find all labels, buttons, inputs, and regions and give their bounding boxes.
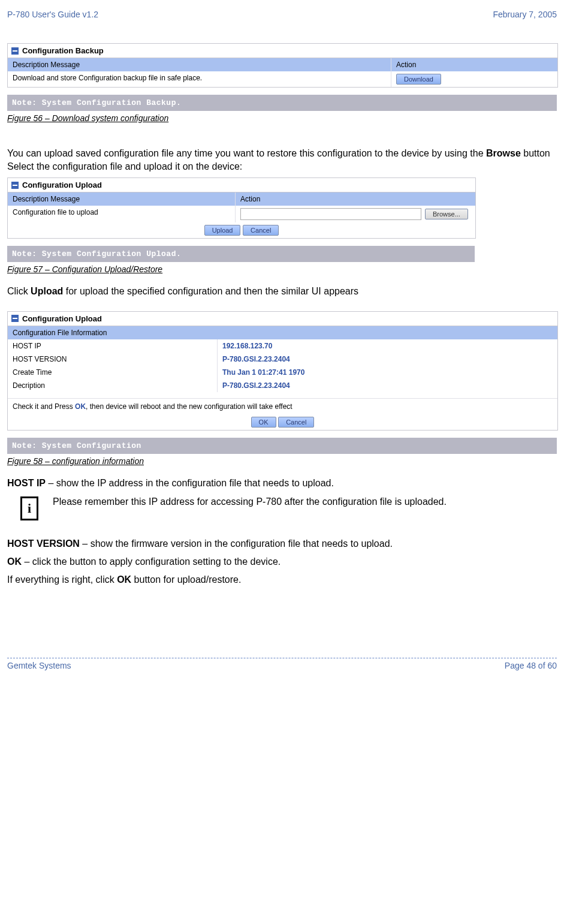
download-button[interactable]: Download (396, 74, 441, 85)
row-key: HOST VERSION (8, 353, 218, 366)
footer-company: Gemtek Systems (7, 661, 71, 670)
cancel-button[interactable]: Cancel (278, 417, 314, 428)
note-system-config: Note: System Configuration (7, 438, 557, 454)
row-val: P-780.GSI.2.23.2404 (218, 379, 557, 392)
row-val: P-780.GSI.2.23.2404 (218, 353, 557, 366)
collapse-icon (11, 315, 19, 322)
col-action: Action (236, 192, 475, 206)
row-key: Create Time (8, 366, 218, 379)
host-version-desc: HOST VERSION – show the firmware version… (7, 537, 557, 550)
config-file-info-header: Configuration File Information (8, 326, 557, 339)
row-val: Thu Jan 1 01:27:41 1970 (218, 366, 557, 379)
info-note: i Please remember this IP address for ac… (7, 494, 557, 520)
doc-title: P-780 User's Guide v1.2 (7, 10, 98, 19)
panel2-title: Configuration Upload (22, 180, 102, 189)
upload-intro-text: You can upload saved configuration file … (7, 147, 557, 173)
upload-row-label: Configuration file to upload (8, 206, 236, 222)
row-key: HOST IP (8, 339, 218, 353)
cancel-button[interactable]: Cancel (243, 225, 279, 236)
figure-58-caption: Figure 58 – configuration information (7, 456, 557, 466)
panel1-title: Configuration Backup (22, 46, 104, 55)
config-info-panel: Configuration Upload Configuration File … (7, 311, 558, 431)
col-action: Action (391, 58, 557, 71)
col-description: Description Message (8, 192, 236, 206)
col-description: Description Message (8, 58, 391, 71)
panel3-title: Configuration Upload (22, 314, 102, 323)
file-path-input[interactable] (240, 208, 421, 220)
note-backup: Note: System Configuration Backup. (7, 95, 557, 111)
info-icon: i (20, 496, 38, 520)
collapse-icon (11, 47, 19, 55)
figure-56-caption: Figure 56 – Download system configuratio… (7, 113, 557, 123)
row-val: 192.168.123.70 (218, 339, 557, 353)
collapse-icon (11, 182, 19, 189)
config-upload-panel: Configuration Upload Description Message… (7, 177, 476, 239)
ok-desc: OK – click the button to apply configura… (7, 555, 557, 568)
footer-page: Page 48 of 60 (505, 661, 557, 670)
row-key: Decription (8, 379, 218, 392)
host-ip-desc: HOST IP – show the IP address in the con… (7, 477, 557, 490)
config-backup-panel: Configuration Backup Description Message… (7, 43, 558, 88)
browse-button[interactable]: Browse... (425, 209, 468, 219)
click-upload-text: Click Upload for upload the specified co… (7, 285, 557, 298)
final-instruction: If everything is right, click OK button … (7, 573, 557, 586)
note-upload: Note: System Configuration Upload. (7, 246, 475, 262)
reboot-instruction: Check it and Press OK, then device will … (8, 398, 557, 414)
upload-button[interactable]: Upload (204, 225, 241, 236)
doc-date: February 7, 2005 (493, 10, 557, 19)
ok-button[interactable]: OK (251, 417, 276, 428)
info-text: Please remember this IP address for acce… (53, 494, 447, 508)
figure-57-caption: Figure 57 – Configuration Upload/Restore (7, 264, 557, 274)
backup-description: Download and store Configuration backup … (8, 71, 391, 87)
